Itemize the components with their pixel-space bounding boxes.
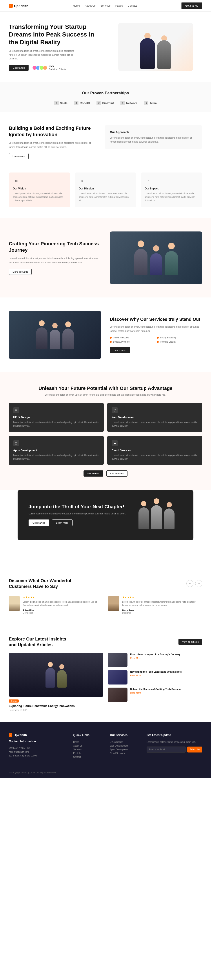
blog-read-more-3[interactable]: Read More bbox=[130, 692, 181, 694]
cta-description: Lorem ipsum dolor sit amet consectetur l… bbox=[29, 512, 126, 516]
blog-section: Explore Our Latest Insights and Updated … bbox=[0, 625, 211, 722]
footer-link-services[interactable]: Services bbox=[73, 748, 101, 751]
testimonials-section: Discover What Our Wonderful Customers Ha… bbox=[0, 567, 211, 625]
footer-contact: ↑ UpZenith Contact Information +123 456 … bbox=[9, 733, 64, 759]
bullet-portfolio-text: Portfolio Display bbox=[160, 340, 176, 343]
cloud-description: Lorem ipsum dolor sit amet consectetur l… bbox=[112, 454, 198, 461]
footer-link-home[interactable]: Home bbox=[73, 740, 101, 744]
innovation-cta-button[interactable]: Learn more bbox=[9, 153, 29, 159]
prev-arrow-button[interactable]: ← bbox=[186, 580, 194, 587]
blog-side-content-2: Navigating the Tech Landscape with Insig… bbox=[130, 670, 182, 677]
footer-email-input[interactable] bbox=[147, 746, 186, 752]
services-grid: ✏ UI/UX Design Lorem ipsum dolor sit ame… bbox=[9, 402, 202, 465]
bullet-promote-text: Boost & Promote bbox=[113, 340, 130, 343]
footer-link-portfolio[interactable]: Portfolio bbox=[73, 751, 101, 755]
startup-description: Lorem ipsum dolor sit amet ut et ut amet… bbox=[9, 393, 202, 396]
footer-service-cloud[interactable]: Cloud Services bbox=[110, 751, 138, 755]
bullet-dot-3 bbox=[110, 341, 112, 343]
innovation-left: Building a Bold and Exciting Future Igni… bbox=[9, 125, 96, 159]
nav-contact[interactable]: Contact bbox=[128, 4, 137, 7]
pioneering-cta-button[interactable]: More about us bbox=[9, 269, 32, 275]
blog-header: Explore Our Latest Insights and Updated … bbox=[9, 636, 202, 648]
bullet-promote: Boost & Promote bbox=[110, 340, 155, 343]
bullet-branding: Strong Branding bbox=[157, 336, 202, 339]
network-icon: ✳ bbox=[121, 101, 125, 105]
mission-title: Our Mission bbox=[79, 187, 132, 190]
footer-link-contact[interactable]: Contact bbox=[73, 755, 101, 759]
vision-description: Lorem ipsum dolor sit amet, consectetur … bbox=[13, 192, 67, 202]
uiux-title: UI/UX Design bbox=[13, 416, 99, 419]
footer-service-web[interactable]: Web Development bbox=[110, 744, 138, 748]
vision-icon: ◎ bbox=[13, 177, 20, 185]
footer-grid: ↑ UpZenith Contact Information +123 456 … bbox=[9, 733, 202, 759]
brand-logo[interactable]: ↑ UpZenith bbox=[9, 4, 29, 8]
blog-side-image-2 bbox=[108, 670, 127, 684]
hero-cta-button[interactable]: Get started bbox=[9, 65, 29, 71]
navbar: ↑ UpZenith Home About Us Services Pages … bbox=[0, 0, 211, 12]
discover-heading: Discover Why Our Services truly Stand Ou… bbox=[110, 317, 202, 322]
approach-description: Lorem ipsum dolor sit amet, consectetur … bbox=[110, 136, 197, 144]
hero-stats: 4K+ Satisfied Clients bbox=[49, 65, 66, 71]
impact-card: ↑ Our Impact Lorem ipsum dolor sit amet,… bbox=[141, 172, 202, 207]
next-arrow-button[interactable]: → bbox=[195, 580, 202, 587]
testimonial-text-1: Lorem ipsum dolor sit amet consectetur l… bbox=[23, 600, 103, 607]
approach-heading: Our Approach bbox=[110, 130, 197, 134]
hero-content: Transforming Your Startup Dreams into Pe… bbox=[9, 23, 102, 71]
footer-services-list: UI/UX Design Web Development Apps Develo… bbox=[110, 740, 138, 755]
blog-read-more-2[interactable]: Read More bbox=[130, 675, 182, 677]
footer-service-uiux[interactable]: UI/UX Design bbox=[110, 740, 138, 744]
hero-avatars: 4K+ Satisfied Clients bbox=[32, 65, 66, 71]
view-all-articles-button[interactable]: View all articles bbox=[178, 639, 202, 645]
cta-secondary-button[interactable]: Learn more bbox=[52, 519, 73, 526]
footer-copyright: © Copyright 2024 UpZenith. All Rights Re… bbox=[9, 772, 57, 774]
vision-title: Our Vision bbox=[13, 187, 67, 190]
footer-subscribe-form: Subscribe bbox=[147, 746, 202, 752]
stats-count: 4K+ bbox=[49, 65, 54, 68]
pioneering-content: Crafting Your Pioneering Tech Success Jo… bbox=[9, 241, 101, 275]
testimonials-nav: ← → bbox=[186, 580, 202, 587]
footer-subscribe-button[interactable]: Subscribe bbox=[187, 746, 202, 752]
mission-icon: ◈ bbox=[79, 177, 86, 185]
blog-side-3: Behind the Scenes of Crafting Tech Succe… bbox=[108, 687, 202, 702]
logo-icon: ↑ bbox=[9, 4, 13, 8]
bullet-dot-2 bbox=[157, 337, 159, 339]
robotx-icon: ◉ bbox=[74, 101, 78, 105]
stats-label: Satisfied Clients bbox=[49, 68, 66, 71]
pioneering-description: Lorem ipsum dolor sit amet, consectetur … bbox=[9, 256, 101, 264]
testimonial-avatar-2 bbox=[108, 596, 119, 611]
nav-home[interactable]: Home bbox=[73, 4, 80, 7]
discover-image bbox=[9, 311, 101, 359]
footer-link-about[interactable]: About Us bbox=[73, 744, 101, 748]
partner-terra-name: Terra bbox=[150, 102, 157, 105]
partner-terra: ◈ Terra bbox=[144, 101, 157, 105]
appdev-icon: ◻ bbox=[13, 440, 19, 446]
footer-quick-links-label: Quick Links bbox=[73, 733, 101, 737]
nav-about[interactable]: About Us bbox=[85, 4, 95, 7]
partner-scale: ◇ Scale bbox=[54, 101, 67, 105]
innovation-section: Building a Bold and Exciting Future Igni… bbox=[0, 112, 211, 172]
partnerships-section: Our Proven Partnerships ◇ Scale ◉ RobotX… bbox=[0, 82, 211, 112]
discover-cta-button[interactable]: Learn more bbox=[110, 347, 130, 353]
startup-get-started-button[interactable]: Get started bbox=[84, 471, 103, 477]
startup-services-button[interactable]: Our services bbox=[106, 471, 127, 477]
blog-read-more-1[interactable]: Read More bbox=[130, 657, 181, 659]
service-appdev: ◻ Apps Development Lorem ipsum dolor sit… bbox=[9, 436, 104, 465]
footer-logo-icon: ↑ bbox=[9, 733, 12, 737]
bullet-dot-1 bbox=[110, 337, 112, 339]
nav-pages[interactable]: Pages bbox=[116, 4, 123, 7]
stars-2: ★★★★★ bbox=[122, 596, 202, 599]
pinpoint-icon: ⬡ bbox=[97, 101, 101, 105]
hero-actions: Get started 4K+ Satisfied Clients bbox=[9, 65, 102, 71]
blog-main-title: Exploring Future Renewable Energy Innova… bbox=[9, 704, 103, 708]
footer-service-app[interactable]: Apps Development bbox=[110, 748, 138, 751]
pioneering-illustration bbox=[110, 231, 202, 284]
blog-main-tag: Energy bbox=[9, 700, 19, 703]
innovation-approach: Our Approach Lorem ipsum dolor sit amet,… bbox=[105, 125, 202, 149]
blog-grid: Energy Exploring Future Renewable Energy… bbox=[9, 653, 202, 711]
cta-primary-button[interactable]: Get started bbox=[29, 519, 49, 526]
nav-services[interactable]: Services bbox=[100, 4, 111, 7]
cta-heading: Jump into the Thrill of Your Next Chapte… bbox=[29, 504, 126, 509]
nav-cta-button[interactable]: Get started bbox=[181, 2, 202, 9]
blog-side-2: Navigating the Tech Landscape with Insig… bbox=[108, 670, 202, 684]
partner-robotx: ◉ RobotX bbox=[74, 101, 90, 105]
